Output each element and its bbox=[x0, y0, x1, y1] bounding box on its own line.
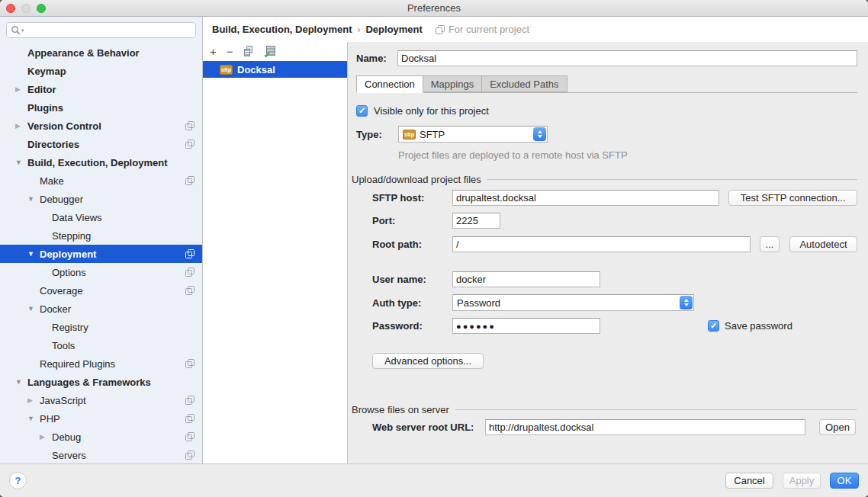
chevron-right-icon[interactable]: ▶ bbox=[27, 396, 40, 404]
sftp-file-icon: sftp bbox=[220, 65, 233, 75]
sidebar-item-label: Debug bbox=[52, 431, 81, 443]
auth-type-label: Auth type: bbox=[372, 297, 452, 309]
auth-type-value: Password bbox=[457, 297, 500, 309]
sidebar-item-label: Data Views bbox=[52, 212, 102, 223]
browse-root-path-button[interactable]: ... bbox=[760, 236, 780, 252]
chevron-right-icon[interactable]: ▶ bbox=[40, 433, 52, 441]
sidebar-item-javascript[interactable]: ▶JavaScript bbox=[0, 391, 202, 409]
browse-section-label: Browse files on server bbox=[352, 404, 449, 415]
for-current-project-label: For current project bbox=[448, 24, 529, 35]
help-button[interactable]: ? bbox=[9, 472, 27, 489]
breadcrumb: Build, Execution, Deployment › Deploymen… bbox=[203, 17, 868, 42]
for-current-project-icon bbox=[185, 268, 194, 277]
sidebar-item-registry[interactable]: Registry bbox=[0, 318, 202, 336]
sidebar-item-required-plugins[interactable]: Required Plugins bbox=[0, 354, 202, 373]
green-check-icon: ✓ bbox=[264, 50, 272, 59]
for-current-project-icon bbox=[185, 451, 194, 460]
sftp-host-input[interactable] bbox=[452, 190, 719, 206]
sidebar-item-plugins[interactable]: Plugins bbox=[0, 98, 202, 117]
chevron-down-icon[interactable]: ▼ bbox=[27, 250, 40, 258]
search-icon bbox=[11, 25, 21, 35]
sidebar-item-keymap[interactable]: Keymap bbox=[0, 62, 202, 80]
advanced-options-button[interactable]: Advanced options... bbox=[372, 353, 484, 369]
for-current-project-badge: For current project bbox=[436, 24, 529, 35]
type-select[interactable]: sftp SFTP bbox=[398, 126, 548, 143]
sidebar-item-stepping[interactable]: Stepping bbox=[0, 226, 202, 245]
port-input[interactable] bbox=[452, 213, 500, 229]
title-bar: Preferences bbox=[0, 0, 868, 17]
tab-excluded-paths[interactable]: Excluded Paths bbox=[482, 75, 567, 92]
chevron-right-icon[interactable]: ▶ bbox=[15, 85, 27, 93]
sidebar-item-coverage[interactable]: Coverage bbox=[0, 281, 202, 300]
sidebar-item-version-control[interactable]: ▶Version Control bbox=[0, 117, 202, 135]
visible-only-checkbox[interactable]: ✓ bbox=[356, 105, 368, 117]
preferences-window: Preferences ▾ Appearance & BehaviorKeyma… bbox=[0, 0, 868, 497]
sidebar-item-servers[interactable]: Servers bbox=[0, 446, 202, 464]
sidebar-item-directories[interactable]: Directories bbox=[0, 135, 202, 153]
sidebar-item-label: Tools bbox=[52, 340, 75, 351]
chevron-right-icon[interactable]: ▶ bbox=[15, 122, 27, 130]
for-current-project-icon bbox=[185, 286, 194, 295]
tab-mappings[interactable]: Mappings bbox=[423, 75, 482, 92]
sidebar-item-make[interactable]: Make bbox=[0, 172, 202, 190]
chevron-down-icon[interactable]: ▼ bbox=[27, 195, 40, 203]
chevron-down-icon[interactable]: ▼ bbox=[15, 378, 27, 386]
sidebar-item-label: Build, Execution, Deployment bbox=[27, 157, 167, 168]
dialog-footer: ? Cancel Apply OK bbox=[0, 463, 868, 497]
sidebar-item-label: Version Control bbox=[27, 120, 101, 132]
tab-connection[interactable]: Connection bbox=[356, 75, 423, 93]
auth-type-select[interactable]: Password bbox=[452, 294, 694, 311]
search-input[interactable]: ▾ bbox=[6, 22, 196, 38]
zoom-button[interactable] bbox=[37, 4, 46, 13]
name-input[interactable] bbox=[397, 50, 857, 66]
sidebar-item-label: Stepping bbox=[52, 230, 91, 242]
sidebar-item-docker[interactable]: ▼Docker bbox=[0, 300, 202, 318]
name-label: Name: bbox=[356, 53, 397, 64]
web-root-input[interactable] bbox=[485, 419, 805, 435]
close-button[interactable] bbox=[6, 4, 15, 13]
sidebar-item-data-views[interactable]: Data Views bbox=[0, 208, 202, 226]
chevron-down-icon[interactable]: ▼ bbox=[15, 159, 27, 166]
sftp-file-icon: sftp bbox=[403, 130, 416, 139]
sidebar-item-debugger[interactable]: ▼Debugger bbox=[0, 190, 202, 208]
password-input[interactable] bbox=[452, 318, 600, 334]
settings-sidebar: ▾ Appearance & BehaviorKeymap▶EditorPlug… bbox=[0, 17, 203, 463]
save-password-checkbox[interactable]: ✓ bbox=[708, 320, 719, 332]
sidebar-item-debug[interactable]: ▶Debug bbox=[0, 428, 202, 446]
copy-server-button[interactable] bbox=[243, 46, 255, 57]
upload-section-header: Upload/download project files bbox=[352, 174, 857, 185]
sidebar-item-label: Options bbox=[52, 267, 86, 278]
sidebar-item-label: Appearance & Behavior bbox=[27, 47, 140, 59]
chevron-down-icon[interactable]: ▼ bbox=[27, 305, 40, 313]
sidebar-item-build-execution-deployment[interactable]: ▼Build, Execution, Deployment bbox=[0, 153, 202, 172]
open-url-button[interactable]: Open bbox=[819, 419, 856, 435]
breadcrumb-parent[interactable]: Build, Execution, Deployment bbox=[212, 24, 352, 35]
cancel-button[interactable]: Cancel bbox=[725, 473, 773, 489]
sidebar-item-php[interactable]: ▼PHP bbox=[0, 409, 202, 428]
sidebar-item-label: Plugins bbox=[27, 102, 63, 114]
root-path-input[interactable] bbox=[452, 236, 751, 252]
user-name-input[interactable] bbox=[452, 271, 600, 287]
use-as-default-button[interactable]: ✓ bbox=[265, 46, 276, 57]
for-current-project-icon bbox=[185, 414, 194, 423]
sidebar-item-appearance-behavior[interactable]: Appearance & Behavior bbox=[0, 43, 202, 62]
for-current-project-icon bbox=[185, 139, 194, 149]
server-toolbar: + − ✓ bbox=[203, 42, 347, 61]
autodetect-button[interactable]: Autodetect bbox=[789, 236, 857, 252]
test-sftp-connection-button[interactable]: Test SFTP connection... bbox=[728, 190, 857, 206]
sftp-host-label: SFTP host: bbox=[372, 192, 452, 204]
breadcrumb-separator-icon: › bbox=[357, 24, 360, 35]
remove-server-button[interactable]: − bbox=[227, 46, 233, 57]
sidebar-item-editor[interactable]: ▶Editor bbox=[0, 80, 202, 98]
apply-button[interactable]: Apply bbox=[783, 473, 821, 489]
sidebar-item-options[interactable]: Options bbox=[0, 263, 202, 281]
sidebar-item-tools[interactable]: Tools bbox=[0, 336, 202, 354]
ok-button[interactable]: OK bbox=[830, 473, 859, 489]
sidebar-item-languages-frameworks[interactable]: ▼Languages & Frameworks bbox=[0, 373, 202, 391]
sidebar-tree: Appearance & BehaviorKeymap▶EditorPlugin… bbox=[0, 43, 202, 464]
sidebar-item-deployment[interactable]: ▼Deployment bbox=[0, 245, 202, 263]
search-filter-caret-icon[interactable]: ▾ bbox=[21, 27, 24, 34]
server-list-item-docksal[interactable]: sftp Docksal bbox=[203, 61, 347, 78]
add-server-button[interactable]: + bbox=[210, 46, 217, 57]
chevron-down-icon[interactable]: ▼ bbox=[27, 415, 40, 422]
